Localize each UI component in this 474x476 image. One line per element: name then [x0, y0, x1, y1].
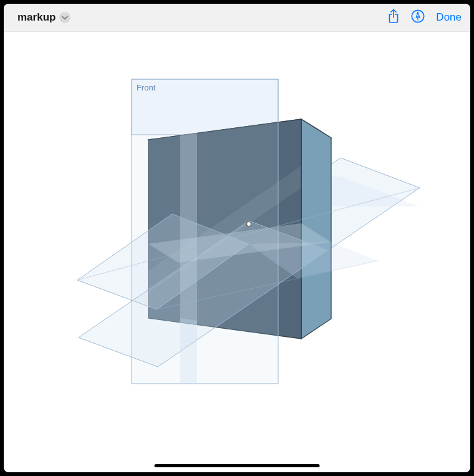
plane-label-front: Front [137, 83, 155, 92]
done-button[interactable]: Done [436, 11, 462, 24]
annotate-button[interactable] [411, 9, 425, 26]
document-title: markup [17, 11, 56, 24]
toolbar: markup [4, 4, 470, 32]
annotate-pen-icon [411, 9, 425, 26]
share-button[interactable] [387, 9, 400, 26]
title-dropdown[interactable]: markup [17, 11, 70, 24]
svg-point-19 [247, 222, 251, 226]
svg-marker-18 [180, 318, 197, 384]
origin-marker[interactable] [247, 222, 251, 226]
home-indicator[interactable] [155, 464, 320, 467]
viewport-canvas[interactable]: Front [4, 32, 470, 472]
share-icon [387, 9, 400, 26]
chevron-down-icon [59, 12, 70, 23]
app-frame: markup [4, 4, 470, 472]
